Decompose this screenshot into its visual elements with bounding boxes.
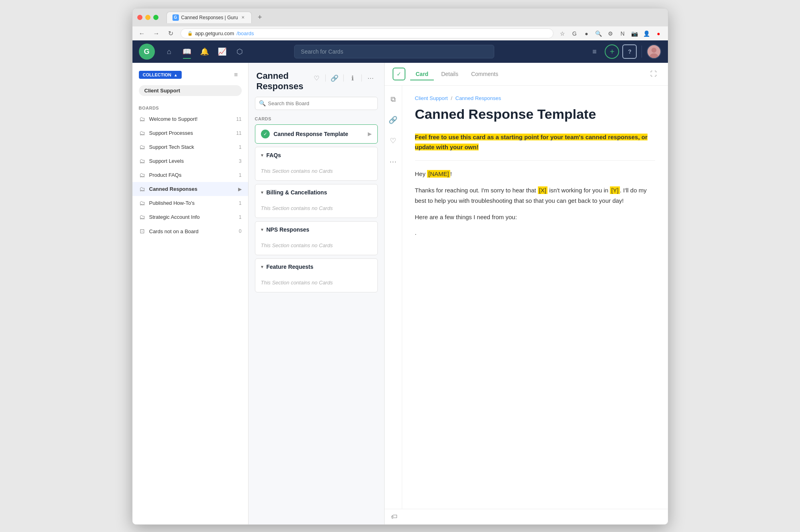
address-field[interactable]: 🔒 app.getguru.com /boards (180, 28, 553, 38)
sidebar-item-product-faqs[interactable]: 🗂 Product FAQs 1 (132, 168, 248, 182)
app-topnav: G ⌂ 📖 🔔 📈 ⬡ ≡ + ? (132, 40, 668, 63)
sidebar-item-welcome[interactable]: 🗂 Welcome to Support! 11 (132, 112, 248, 126)
board-panel: Canned Responses ♡ 🔗 ℹ ⋯ (249, 63, 385, 524)
sidebar-item-support-levels[interactable]: 🗂 Support Levels 3 (132, 154, 248, 168)
help-button[interactable]: ? (622, 44, 637, 59)
board-count: 11 (236, 130, 241, 136)
section-billing-header[interactable]: ▾ Billing & Cancellations (255, 184, 377, 200)
board-count: 11 (236, 116, 241, 122)
board-icon: 🗂 (139, 172, 146, 178)
board-search: 🔍 (249, 97, 384, 115)
sidebar-item-support-tech-stack[interactable]: 🗂 Support Tech Stack 1 (132, 140, 248, 154)
card-status-icon: ✓ (261, 130, 270, 138)
link-icon[interactable]: 🔗 (386, 113, 400, 127)
board-icon: 🗂 (139, 214, 146, 220)
add-button[interactable]: + (605, 44, 619, 59)
ext8-icon[interactable]: ● (654, 29, 663, 38)
search-input[interactable] (294, 45, 494, 58)
breadcrumb-board-link[interactable]: Canned Responses (455, 95, 501, 101)
chart-nav-icon[interactable]: 📈 (214, 44, 230, 60)
name-highlight: [NAME] (427, 170, 450, 178)
collection-badge[interactable]: COLLECTION ▲ (139, 71, 182, 79)
cards-label: CARDS (249, 115, 384, 124)
section-nps: ▾ NPS Responses This Section contains no… (255, 221, 378, 255)
action-separator (343, 74, 344, 82)
tab-title: Canned Responses | Guru (181, 15, 238, 20)
sidebar-collapse-button[interactable]: ≡ (231, 69, 242, 80)
tab-card[interactable]: Card (410, 68, 434, 80)
heart-icon[interactable]: ♡ (311, 72, 322, 84)
collection-name-badge[interactable]: Client Support (139, 85, 242, 96)
traffic-lights (137, 15, 158, 20)
active-tab[interactable]: G Canned Responses | Guru ✕ (166, 12, 252, 23)
filter-icon[interactable]: ≡ (587, 44, 602, 59)
section-feature-requests-header[interactable]: ▾ Feature Requests (255, 259, 377, 275)
board-name: Product FAQs (149, 172, 236, 178)
section-faqs-header[interactable]: ▾ FAQs (255, 147, 377, 163)
copy-icon[interactable]: ⧉ (386, 92, 400, 106)
section-empty-text: This Section contains no Cards (255, 275, 377, 292)
board-count: 3 (239, 158, 242, 164)
search-bar (294, 45, 494, 58)
book-nav-icon[interactable]: 📖 (179, 44, 195, 60)
board-icon: 🗂 (139, 200, 146, 206)
minimize-window-button[interactable] (145, 15, 150, 20)
forward-button[interactable]: → (152, 29, 161, 38)
expand-icon[interactable]: ⛶ (647, 68, 660, 80)
more-options-icon[interactable]: ⋯ (365, 72, 376, 84)
app-main: COLLECTION ▲ ≡ Client Support BOARDS 🗂 W… (132, 63, 668, 524)
maximize-window-button[interactable] (153, 15, 158, 20)
card-verify-button[interactable]: ✓ (393, 68, 405, 80)
ext2-icon[interactable]: ● (582, 29, 591, 38)
ext5-icon[interactable]: N (618, 29, 627, 38)
sidebar-item-cards-not-on-board[interactable]: ⊡ Cards not on a Board 0 (132, 224, 248, 238)
board-name: Strategic Account Info (149, 214, 236, 220)
card-body-paragraph1: Thanks for reaching out. I'm sorry to he… (415, 185, 655, 206)
section-title: Feature Requests (267, 264, 313, 270)
info-icon[interactable]: ℹ (347, 72, 358, 84)
section-nps-header[interactable]: ▾ NPS Responses (255, 222, 377, 238)
app-container: G ⌂ 📖 🔔 📈 ⬡ ≡ + ? (132, 40, 668, 524)
refresh-button[interactable]: ↻ (166, 29, 176, 38)
tab-bar: G Canned Responses | Guru ✕ + (166, 12, 663, 23)
card-body-list-indicator: · (415, 229, 655, 239)
back-button[interactable]: ← (137, 29, 147, 38)
home-nav-icon[interactable]: ⌂ (161, 44, 177, 60)
card-main-title: Canned Response Template (415, 106, 655, 122)
section-collapse-icon: ▾ (261, 264, 263, 270)
tab-comments[interactable]: Comments (465, 68, 504, 80)
url-path: /boards (237, 30, 254, 36)
user-avatar[interactable] (647, 44, 661, 59)
board-name: Support Tech Stack (149, 144, 236, 150)
new-tab-button[interactable]: + (254, 12, 265, 23)
tag-icon[interactable]: 🏷 (391, 513, 397, 520)
breadcrumb-collection-link[interactable]: Client Support (415, 95, 448, 101)
section-empty-text: This Section contains no Cards (255, 238, 377, 255)
tab-close-button[interactable]: ✕ (240, 15, 246, 20)
sidebar-item-support-processes[interactable]: 🗂 Support Processes 11 (132, 126, 248, 140)
board-icon: 🗂 (139, 144, 146, 150)
ext7-icon[interactable]: 👤 (642, 29, 651, 38)
heart-icon[interactable]: ♡ (386, 134, 400, 148)
guru-logo[interactable]: G (139, 44, 155, 60)
ext6-icon[interactable]: 📷 (630, 29, 639, 38)
ext4-icon[interactable]: ⚙ (606, 29, 615, 38)
sidebar-item-strategic-account-info[interactable]: 🗂 Strategic Account Info 1 (132, 210, 248, 224)
layers-nav-icon[interactable]: ⬡ (232, 44, 248, 60)
action-separator (325, 74, 326, 82)
extension-icons: ☆ G ● 🔍 ⚙ N 📷 👤 ● (558, 29, 663, 38)
sidebar-item-canned-responses[interactable]: 🗂 Canned Responses ▶ (132, 182, 248, 196)
card-body-paragraph2: Here are a few things I need from you: (415, 212, 655, 222)
bell-nav-icon[interactable]: 🔔 (196, 44, 213, 60)
card-item-canned-response-template[interactable]: ✓ Canned Response Template ▶ (255, 124, 378, 144)
ext3-icon[interactable]: 🔍 (594, 29, 603, 38)
board-search-input[interactable] (255, 97, 378, 110)
ext1-icon[interactable]: G (570, 29, 579, 38)
close-window-button[interactable] (137, 15, 142, 20)
sidebar-item-published-how-tos[interactable]: 🗂 Published How-To's 1 (132, 196, 248, 210)
link-icon[interactable]: 🔗 (329, 72, 340, 84)
section-faqs: ▾ FAQs This Section contains no Cards (255, 147, 378, 181)
more-options-icon[interactable]: ⋯ (386, 154, 400, 169)
tab-details[interactable]: Details (435, 68, 464, 80)
bookmark-icon[interactable]: ☆ (558, 29, 567, 38)
